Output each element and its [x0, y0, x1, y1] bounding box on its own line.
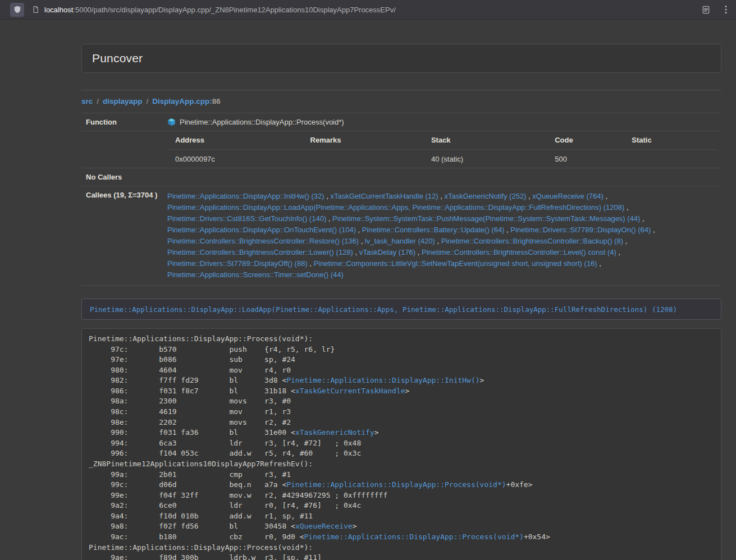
breadcrumb-line-number: 86 — [212, 97, 221, 105]
function-label: Function — [81, 113, 163, 131]
callee-separator: , — [435, 237, 441, 245]
callee-link[interactable]: xTaskGenericNotify (252) — [445, 192, 527, 200]
spacer-cell — [81, 131, 163, 168]
code-text: > — [480, 376, 484, 384]
callee-separator: , — [438, 192, 445, 200]
callee-separator: , — [504, 226, 510, 234]
callee-link[interactable]: Pinetime::Controllers::BrightnessControl… — [167, 248, 353, 256]
col-header-address: Address — [167, 136, 310, 144]
code-symbol-link[interactable]: xTaskGetCurrentTaskHandle — [295, 387, 405, 395]
reader-view-icon — [702, 6, 710, 14]
callee-link[interactable]: Pinetime::Applications::DisplayApp::Load… — [167, 203, 624, 212]
code-text: > — [374, 428, 379, 437]
source-line-box: Pinetime::Applications::DisplayApp::Load… — [81, 299, 721, 320]
url-path: :5000/path/src/displayapp/DisplayApp.cpp… — [73, 6, 396, 14]
disassembly: Pinetime::Applications::DisplayApp::Proc… — [81, 328, 721, 560]
breadcrumb-link-displayapp[interactable]: displayapp — [103, 97, 143, 105]
menu-button[interactable] — [721, 3, 730, 16]
tracking-protection-button[interactable] — [10, 3, 24, 17]
callee-separator: , — [526, 192, 532, 200]
code-text: 99a: 2b01 cmp r3, #1 — [89, 470, 291, 479]
col-header-code: Code — [555, 136, 632, 144]
callee-link[interactable]: Pinetime::Controllers::BrightnessControl… — [422, 248, 616, 256]
code-symbol-link[interactable]: Pinetime::Applications::DisplayApp::Proc… — [286, 480, 506, 489]
callees-list: Pinetime::Applications::DisplayApp::Init… — [163, 186, 721, 285]
no-callers-label: No Callers — [81, 168, 163, 186]
code-text: 99c: d06d beq.n a7a < — [89, 480, 286, 489]
url-bar[interactable]: localhost:5000/path/src/displayapp/Displ… — [28, 2, 695, 17]
callee-separator: , — [359, 237, 365, 245]
callee-link[interactable]: vTaskDelay (176) — [359, 248, 415, 256]
code-text: 98c: 4619 mov r1, r3 — [89, 407, 291, 416]
code-symbol-link[interactable]: xTaskGenericNotify — [295, 428, 374, 437]
code-symbol-link[interactable]: Pinetime::Applications::DisplayApp::Proc… — [304, 533, 524, 541]
code-text: 986: f031 f8c7 bl 31b18 < — [89, 387, 295, 395]
callee-separator: , — [623, 237, 627, 245]
breadcrumb-separator: / — [97, 97, 99, 105]
callee-separator: , — [353, 248, 359, 256]
function-table: Function Pinetime::Applications::Display… — [81, 113, 721, 286]
function-row: Function Pinetime::Applications::Display… — [81, 113, 721, 131]
callee-link[interactable]: xQueueReceive (764) — [532, 192, 603, 200]
callee-link[interactable]: Pinetime::Drivers::St7789::DisplayOff() … — [167, 259, 308, 268]
callee-link[interactable]: Pinetime::Controllers::BrightnessControl… — [167, 237, 359, 245]
page-icon — [32, 6, 39, 13]
code-text: _ZN8Pinetime12Applications10DisplayApp7R… — [89, 460, 313, 468]
code-text: > — [353, 522, 357, 530]
callee-separator: , — [624, 203, 628, 212]
function-name: Pinetime::Applications::DisplayApp::Proc… — [180, 118, 344, 126]
static-value — [632, 155, 717, 163]
code-text: +0xfe> — [506, 480, 533, 489]
callee-link[interactable]: Pinetime::Components::LittleVgl::SetNewT… — [314, 259, 597, 268]
callees-label: Callees (19, Σ=3704 ) — [81, 186, 163, 285]
code-text: Pinetime::Applications::DisplayApp::Proc… — [89, 334, 313, 343]
callee-separator: , — [326, 214, 332, 223]
code-size-value: 500 — [555, 155, 632, 163]
code-text: 996: f104 053c add.w r5, r4, #60 ; 0x3c — [89, 449, 361, 457]
callee-link[interactable]: Pinetime::Drivers::St7789::DisplayOn() (… — [510, 226, 651, 234]
callee-link[interactable]: Pinetime::Applications::DisplayApp::Init… — [167, 192, 324, 200]
source-line-link[interactable]: Pinetime::Applications::DisplayApp::Load… — [90, 305, 677, 314]
breadcrumb-link-src[interactable]: src — [81, 97, 93, 105]
reader-view-button[interactable] — [698, 3, 714, 16]
page-title: Puncover — [92, 52, 711, 65]
col-header-stack: Stack — [431, 136, 555, 144]
callee-link[interactable]: Pinetime::System::SystemTask::PushMessag… — [332, 214, 640, 223]
code-symbol-link[interactable]: xQueueReceive — [295, 522, 353, 530]
code-text: 9ae: f89d 300b ldrb.w r3, [sp, #11] — [89, 553, 322, 560]
divider — [81, 90, 721, 90]
callee-link[interactable]: lv_task_handler (420) — [365, 237, 435, 245]
callee-link[interactable]: Pinetime::Applications::DisplayApp::OnTo… — [167, 226, 356, 234]
callee-separator: , — [604, 192, 607, 200]
code-text: 98a: 2300 movs r3, #0 — [89, 397, 291, 405]
code-text: 990: f031 fa36 bl 31e00 < — [89, 428, 295, 437]
callee-separator: , — [356, 226, 362, 234]
callees-row: Callees (19, Σ=3704 ) Pinetime::Applicat… — [81, 186, 721, 285]
breadcrumb-separator: / — [147, 97, 149, 105]
callee-separator: , — [415, 248, 422, 256]
callee-link[interactable]: xTaskGetCurrentTaskHandle (12) — [330, 192, 438, 200]
callee-separator: , — [324, 192, 331, 200]
col-header-static: Static — [632, 136, 717, 144]
code-text: +0x54> — [524, 533, 550, 541]
col-header-remarks: Remarks — [310, 136, 431, 144]
callee-link[interactable]: Pinetime::Controllers::BrightnessControl… — [441, 237, 623, 245]
callee-separator: , — [308, 259, 314, 268]
remarks-value — [310, 155, 431, 163]
code-text: 980: 4604 mov r4, r0 — [89, 366, 291, 374]
code-text: > — [405, 387, 410, 395]
url-text: localhost:5000/path/src/displayapp/Displ… — [44, 6, 396, 14]
app-header: Puncover — [81, 44, 721, 73]
code-text: Pinetime::Applications::DisplayApp::Proc… — [89, 543, 313, 552]
callee-link[interactable]: Pinetime::Drivers::Cst816S::GetTouchInfo… — [167, 214, 326, 223]
callee-separator: , — [616, 248, 620, 256]
callee-link[interactable]: Pinetime::Applications::Screens::Timer::… — [167, 270, 344, 279]
function-icon — [167, 118, 176, 126]
code-text: 97c: b570 push {r4, r5, r6, lr} — [89, 345, 335, 354]
code-text: 9a8: f02f fd56 bl 30458 < — [89, 522, 295, 530]
breadcrumb-link-file[interactable]: DisplayApp.cpp: — [152, 97, 212, 105]
stats-row: Address Remarks Stack Code Static 0x0000… — [81, 131, 721, 168]
code-text: 9a4: f10d 010b add.w r1, sp, #11 — [89, 512, 313, 520]
callee-link[interactable]: Pinetime::Controllers::Battery::Update()… — [362, 226, 505, 234]
code-symbol-link[interactable]: Pinetime::Applications::DisplayApp::Init… — [286, 376, 479, 384]
